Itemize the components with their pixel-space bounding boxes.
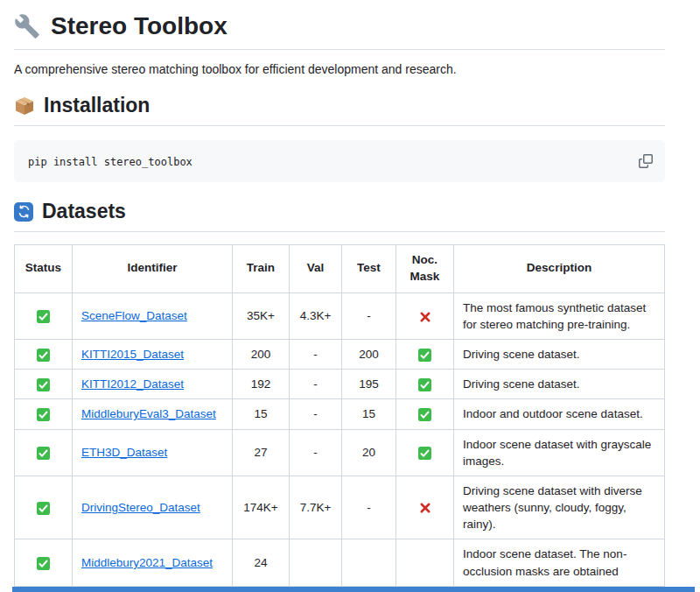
package-icon: [14, 95, 35, 116]
status-cell: [15, 399, 73, 429]
test-cell: 200: [342, 340, 396, 370]
description-cell: Indoor scene dataset with grayscale imag…: [454, 429, 665, 476]
test-cell: 15: [342, 399, 396, 429]
description-cell: Driving scene dataset with diverse weath…: [454, 476, 665, 539]
val-cell: -: [290, 399, 342, 429]
datasets-heading: Datasets: [14, 200, 665, 232]
check-icon: [37, 447, 50, 460]
noc-mask-cell: [396, 292, 454, 339]
column-header-description: Description: [454, 245, 665, 293]
val-cell: 7.7K+: [290, 476, 342, 539]
train-cell: 174K+: [233, 476, 290, 539]
dataset-link[interactable]: KITTI2015_Dataset: [81, 348, 184, 361]
train-cell: 200: [233, 340, 290, 370]
val-cell: -: [290, 340, 342, 370]
description-cell: Indoor scene dataset. The non-occlusion …: [454, 539, 665, 586]
test-cell: -: [342, 476, 396, 539]
dataset-link[interactable]: Middlebury2021_Dataset: [81, 556, 213, 569]
table-header-row: StatusIdentifierTrainValTestNoc. MaskDes…: [15, 245, 665, 293]
val-cell: 4.3K+: [290, 292, 342, 339]
check-icon: [37, 408, 50, 421]
copy-button[interactable]: [635, 151, 656, 172]
column-header-train: Train: [233, 245, 290, 293]
dataset-row: MiddleburyEval3_Dataset15-15Indoor and o…: [15, 399, 665, 429]
train-cell: 27: [233, 429, 290, 476]
cross-icon: [419, 502, 431, 514]
check-icon: [37, 378, 50, 391]
val-cell: [290, 539, 342, 586]
train-cell: 192: [233, 370, 290, 399]
column-header-identifier: Identifier: [73, 245, 233, 293]
train-cell: 24: [233, 539, 290, 586]
description-cell: Indoor and outdoor scene dataset.: [454, 399, 665, 429]
test-cell: 195: [342, 370, 396, 399]
readme-page: Stereo Toolbox A comprehensive stereo ma…: [0, 0, 700, 587]
identifier-cell: SceneFlow_Dataset: [73, 292, 233, 339]
dataset-link[interactable]: MiddleburyEval3_Dataset: [81, 407, 216, 420]
test-cell: -: [342, 292, 396, 339]
check-icon: [37, 557, 50, 570]
dataset-row: DrivingStereo_Dataset174K+7.7K+-Driving …: [15, 476, 665, 539]
status-cell: [15, 292, 73, 339]
check-icon: [418, 447, 431, 460]
copy-icon: [639, 154, 653, 168]
column-header-test: Test: [342, 245, 396, 293]
installation-heading: Installation: [14, 94, 665, 126]
description-cell: Driving scene dataset.: [454, 340, 665, 370]
status-cell: [15, 429, 73, 476]
noc-mask-cell: [396, 370, 454, 399]
dataset-row: KITTI2015_Dataset200-200Driving scene da…: [15, 340, 665, 370]
check-icon: [37, 349, 50, 362]
dataset-row: KITTI2012_Dataset192-195Driving scene da…: [15, 370, 665, 399]
identifier-cell: KITTI2012_Dataset: [73, 370, 233, 399]
identifier-cell: Middlebury2021_Dataset: [73, 539, 233, 586]
dataset-link[interactable]: KITTI2012_Dataset: [81, 377, 184, 391]
column-header-noc-mask: Noc. Mask: [396, 245, 454, 293]
bottom-blue-bar: [12, 587, 695, 592]
dataset-row: SceneFlow_Dataset35K+4.3K+-The most famo…: [15, 292, 665, 339]
check-icon: [37, 310, 50, 323]
noc-mask-cell: [396, 429, 454, 476]
page-subtitle: A comprehensive stereo matching toolbox …: [14, 62, 665, 76]
train-cell: 15: [233, 399, 290, 429]
column-header-val: Val: [290, 245, 342, 293]
check-icon: [418, 408, 431, 421]
datasets-table: StatusIdentifierTrainValTestNoc. MaskDes…: [14, 244, 665, 587]
train-cell: 35K+: [233, 292, 290, 339]
dataset-link[interactable]: SceneFlow_Dataset: [81, 309, 187, 322]
column-header-status: Status: [15, 245, 73, 293]
install-code-block: pip install stereo_toolbox: [14, 140, 665, 182]
cross-icon: [419, 311, 431, 323]
check-icon: [418, 349, 431, 362]
page-title: Stereo Toolbox: [14, 12, 665, 50]
test-cell: 20: [342, 429, 396, 476]
status-cell: [15, 539, 73, 586]
wrench-icon: [14, 13, 40, 39]
dataset-row: Middlebury2021_Dataset24Indoor scene dat…: [15, 539, 665, 586]
installation-heading-text: Installation: [44, 94, 150, 117]
datasets-heading-text: Datasets: [42, 200, 126, 223]
noc-mask-cell: [396, 539, 454, 586]
noc-mask-cell: [396, 476, 454, 539]
status-cell: [15, 370, 73, 399]
val-cell: -: [290, 370, 342, 399]
identifier-cell: ETH3D_Dataset: [73, 429, 233, 476]
refresh-icon: [14, 202, 33, 222]
identifier-cell: KITTI2015_Dataset: [73, 340, 233, 370]
identifier-cell: DrivingStereo_Dataset: [73, 476, 233, 539]
identifier-cell: MiddleburyEval3_Dataset: [73, 399, 233, 429]
description-cell: Driving scene dataset.: [454, 370, 665, 399]
test-cell: [342, 539, 396, 586]
dataset-link[interactable]: DrivingStereo_Dataset: [81, 501, 200, 514]
val-cell: -: [290, 429, 342, 476]
noc-mask-cell: [396, 399, 454, 429]
dataset-row: ETH3D_Dataset27-20Indoor scene dataset w…: [15, 429, 665, 476]
dataset-link[interactable]: ETH3D_Dataset: [81, 446, 167, 459]
status-cell: [15, 340, 73, 370]
status-cell: [15, 476, 73, 539]
page-title-text: Stereo Toolbox: [51, 12, 228, 40]
check-icon: [37, 502, 50, 515]
noc-mask-cell: [396, 340, 454, 370]
description-cell: The most famous synthetic dataset for st…: [454, 292, 665, 339]
check-icon: [418, 378, 431, 391]
